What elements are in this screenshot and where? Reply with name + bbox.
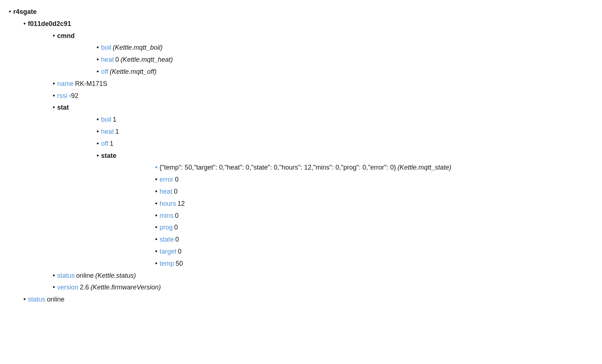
bullet-icon: • <box>155 246 157 257</box>
state-temp-value: 50 <box>176 258 183 269</box>
stat-off-value: 1 <box>110 139 113 149</box>
bullet-icon: • <box>155 198 157 209</box>
root-status-value: online <box>47 294 64 305</box>
root-label: r4sgate <box>13 7 37 17</box>
bullet-icon: • <box>155 258 157 269</box>
bullet-icon: • <box>97 139 99 149</box>
list-item: • prog 0 <box>97 221 593 234</box>
state-label: state <box>101 151 116 161</box>
state-target-value: 0 <box>178 246 181 257</box>
state-error-key: error <box>159 174 173 185</box>
status-value: online <box>76 270 94 281</box>
state-heat-key: heat <box>159 186 172 197</box>
stat-heat-key: heat <box>101 126 114 137</box>
bullet-icon: • <box>53 270 55 281</box>
name-value: RK-M171S <box>75 79 107 89</box>
list-item: • heat 1 <box>53 126 593 138</box>
root-status-subtree: • status online <box>9 293 593 306</box>
root-status-key: status <box>28 294 45 305</box>
state-json-annotation: (Kettle.mqtt_state) <box>398 162 451 173</box>
state-state-value: 0 <box>175 234 179 245</box>
device-children: • cmnd • boil (Kettle.mqtt_boil) <box>23 30 593 294</box>
state-heat-value: 0 <box>174 186 177 197</box>
bullet-icon: • <box>53 31 55 41</box>
stat-heat-value: 1 <box>115 126 119 137</box>
state-json-value: {"temp": 50,"target": 0,"heat": 0,"state… <box>159 162 396 173</box>
cmnd-off-key: off <box>101 67 108 77</box>
bullet-icon: • <box>155 211 157 221</box>
cmnd-off-annotation: (Kettle.mqtt_off) <box>110 67 157 77</box>
bullet-icon: • <box>97 126 99 137</box>
bullet-icon: • <box>155 162 157 173</box>
bullet-icon: • <box>97 67 99 77</box>
state-target-key: target <box>159 246 176 257</box>
list-item: • hours 12 <box>97 198 593 210</box>
state-state-key: state <box>159 234 174 245</box>
status-annotation: (Kettle.status) <box>95 270 136 281</box>
stat-boil-value: 1 <box>113 114 116 125</box>
state-mins-key: mins <box>159 211 173 221</box>
stat-children: • boil 1 • heat 1 <box>53 114 593 269</box>
bullet-icon: • <box>23 294 26 305</box>
state-error-value: 0 <box>175 174 178 185</box>
list-item: • status online (Kettle.status) <box>23 270 593 282</box>
list-item: • heat 0 <box>97 186 593 198</box>
state-temp-key: temp <box>159 258 174 269</box>
list-item: • rssi -92 <box>23 90 593 102</box>
bullet-icon: • <box>9 7 11 17</box>
bullet-icon: • <box>23 19 26 29</box>
version-key: version <box>57 282 78 293</box>
cmnd-heat-value: 0 <box>115 54 119 65</box>
list-item: • off 1 <box>53 138 593 150</box>
state-children: • {"temp": 50,"target": 0,"heat": 0,"sta… <box>97 162 593 269</box>
list-item: • state 0 <box>97 234 593 246</box>
list-item: • version 2.6 (Kettle.firmwareVersion) <box>23 281 593 293</box>
list-item: • r4sgate • f011de0d2c91 • cmnd <box>9 6 593 306</box>
stat-label: stat <box>57 102 69 113</box>
cmnd-label: cmnd <box>57 31 75 41</box>
cmnd-heat-annotation: (Kettle.mqtt_heat) <box>120 54 173 65</box>
bullet-icon: • <box>97 54 99 65</box>
bullet-icon: • <box>155 174 157 185</box>
bullet-icon: • <box>155 186 157 197</box>
bullet-icon: • <box>97 151 99 161</box>
bullet-icon: • <box>53 102 55 113</box>
cmnd-boil-annotation: (Kettle.mqtt_boil) <box>113 42 162 53</box>
list-item: • {"temp": 50,"target": 0,"heat": 0,"sta… <box>97 162 593 174</box>
bullet-icon: • <box>97 42 99 53</box>
state-mins-value: 0 <box>175 211 178 221</box>
list-item: • boil 1 <box>53 114 593 126</box>
list-item: • f011de0d2c91 • cmnd <box>9 18 593 293</box>
status-key: status <box>57 270 75 281</box>
bullet-icon: • <box>97 114 99 125</box>
device-label: f011de0d2c91 <box>28 19 71 29</box>
stat-off-key: off <box>101 139 108 149</box>
bullet-icon: • <box>155 222 157 233</box>
bullet-icon: • <box>53 282 55 293</box>
list-item: • target 0 <box>97 246 593 258</box>
version-value: 2.6 <box>80 282 89 293</box>
rssi-key: rssi <box>57 91 67 101</box>
state-prog-key: prog <box>159 222 173 233</box>
list-item: • name RK-M171S <box>23 78 593 90</box>
tree-root: • r4sgate • f011de0d2c91 • cmnd <box>9 6 593 306</box>
bullet-icon: • <box>53 91 55 101</box>
list-item: • cmnd • boil (Kettle.mqtt_boil) <box>23 30 593 78</box>
list-item: • stat • boil 1 <box>23 102 593 269</box>
device-subtree: • f011de0d2c91 • cmnd <box>9 18 593 293</box>
bullet-icon: • <box>53 79 55 89</box>
list-item: • error 0 <box>97 174 593 186</box>
cmnd-boil-key: boil <box>101 42 111 53</box>
list-item: • off (Kettle.mqtt_off) <box>53 66 593 78</box>
list-item: • boil (Kettle.mqtt_boil) <box>53 42 593 54</box>
state-hours-key: hours <box>159 198 176 209</box>
rssi-value: -92 <box>69 91 78 101</box>
state-prog-value: 0 <box>174 222 178 233</box>
list-item: • status online <box>9 293 593 306</box>
name-key: name <box>57 79 74 89</box>
list-item: • heat 0 (Kettle.mqtt_heat) <box>53 54 593 66</box>
bullet-icon: • <box>155 234 157 245</box>
list-item: • mins 0 <box>97 210 593 222</box>
state-hours-value: 12 <box>177 198 185 209</box>
cmnd-heat-key: heat <box>101 54 114 65</box>
